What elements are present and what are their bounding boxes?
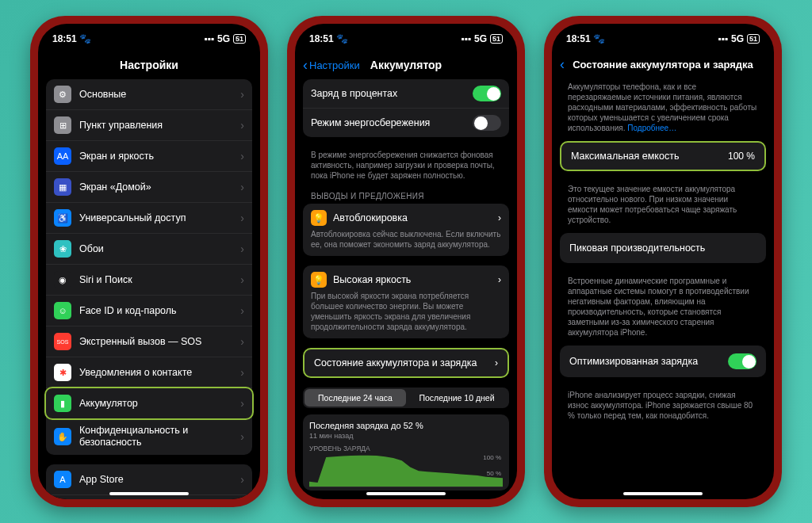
header: Настройки (38, 54, 260, 79)
status-right: ▪▪▪ 5G 51 (204, 33, 246, 44)
page-title: Аккумулятор (370, 59, 442, 71)
settings-row-exposure[interactable]: ✱Уведомления о контакте› (46, 357, 252, 388)
settings-row-control[interactable]: ⊞Пункт управления› (46, 110, 252, 141)
chevron-right-icon: › (240, 150, 244, 162)
insight-autolock[interactable]: 💡 Автоблокировка › Автоблокировка сейчас… (303, 204, 509, 256)
screen: 18:51 🐾 ▪▪▪ 5G 51 Настройки ⚙Основные›⊞П… (38, 24, 260, 499)
settings-row-faceid[interactable]: ☺Face ID и код-пароль› (46, 296, 252, 326)
phone-settings: 18:51 🐾 ▪▪▪ 5G 51 Настройки ⚙Основные›⊞П… (30, 16, 268, 507)
row-label: Универсальный доступ (79, 212, 240, 224)
back-label: Настройки (309, 59, 360, 71)
toggle-optimized-charging[interactable] (728, 353, 756, 369)
settings-row-home[interactable]: ▦Экран «Домой»› (46, 172, 252, 203)
network-label: 5G (217, 33, 230, 44)
status-time: 18:51 🐾 (566, 33, 605, 44)
y-tick-50: 50 % (487, 470, 501, 477)
toggle-battery-percent[interactable] (473, 86, 501, 101)
settings-row-wallpaper[interactable]: ❀Обои› (46, 234, 252, 265)
chevron-right-icon: › (240, 181, 244, 193)
status-time: 18:51 🐾 (309, 33, 348, 44)
health-content[interactable]: Аккумуляторы телефона, как и все перезар… (552, 78, 774, 499)
row-label: Состояние аккумулятора и зарядка (314, 357, 495, 368)
wallpaper-icon: ❀ (54, 240, 71, 258)
chevron-right-icon: › (495, 357, 498, 368)
lightbulb-icon: 💡 (311, 210, 327, 226)
segment-24h[interactable]: Последние 24 часа (304, 389, 406, 407)
peak-performance-row[interactable]: Пиковая производительность (560, 233, 766, 263)
row-label: Face ID и код-пароль (79, 305, 240, 317)
settings-row-sos[interactable]: SOSЭкстренный вызов — SOS› (46, 326, 252, 357)
opt-desc: iPhone анализирует процесс зарядки, сниж… (560, 387, 766, 429)
settings-row-battery[interactable]: ▮Аккумулятор› (44, 387, 254, 420)
sos-icon: SOS (54, 333, 71, 350)
back-button[interactable]: ‹ (560, 56, 566, 73)
screen: 18:51 🐾 ▪▪▪ 5G 51 ‹ Состояние аккумулято… (552, 24, 774, 499)
time-segment[interactable]: Последние 24 часа Последние 10 дней (303, 387, 509, 408)
home-indicator[interactable] (623, 492, 703, 495)
chart-subtitle: 11 мин назад (309, 432, 503, 440)
notch (619, 24, 707, 43)
settings-row-accessibility[interactable]: ♿Универсальный доступ› (46, 203, 252, 234)
page-title: Настройки (120, 59, 178, 71)
chevron-right-icon: › (240, 335, 244, 348)
row-label: Пункт управления (79, 120, 240, 132)
battery-health-row[interactable]: Состояние аккумулятора и зарядка › (303, 348, 509, 378)
insight-desc: Автоблокировка сейчас выключена. Если вк… (311, 229, 501, 250)
header: ‹Настройки Аккумулятор (295, 54, 517, 79)
settings-list[interactable]: ⚙Основные›⊞Пункт управления›AAЭкран и яр… (38, 79, 260, 499)
max-capacity-row[interactable]: Максимальная емкость 100 % (560, 141, 766, 171)
insight-title: Высокая яркость (333, 274, 498, 285)
insights-header: ВЫВОДЫ И ПРЕДЛОЖЕНИЯ (303, 189, 509, 204)
row-label: Оптимизированная зарядка (569, 356, 728, 367)
exposure-icon: ✱ (54, 364, 71, 381)
chart-level-label: УРОВЕНЬ ЗАРЯДА (309, 445, 503, 452)
optimized-charging-row[interactable]: Оптимизированная зарядка (560, 345, 766, 377)
battery-icon: ▮ (54, 395, 71, 412)
row-label: Пиковая производительность (569, 242, 756, 254)
chevron-right-icon: › (498, 212, 501, 223)
notch (362, 24, 450, 43)
faceid-icon: ☺ (54, 302, 71, 319)
home-indicator[interactable] (109, 492, 189, 495)
lightbulb-icon: 💡 (311, 272, 327, 288)
segment-10d[interactable]: Последние 10 дней (406, 389, 508, 407)
chevron-left-icon: ‹ (303, 57, 308, 74)
row-label: Заряд в процентах (311, 88, 473, 100)
low-power-row[interactable]: Режим энергосбережения (303, 109, 509, 137)
settings-row-wallet[interactable]: ▭Wallet и Apple Pay› (46, 495, 252, 499)
notch (105, 24, 193, 43)
chevron-right-icon: › (498, 274, 501, 285)
home-indicator[interactable] (366, 492, 446, 495)
back-button[interactable]: ‹Настройки (303, 57, 360, 74)
settings-row-appstore[interactable]: AApp Store› (46, 464, 252, 495)
battery-chart: 100 % 50 % (309, 454, 503, 487)
status-right: ▪▪▪ 5G 51 (718, 33, 760, 44)
settings-row-general[interactable]: ⚙Основные› (46, 79, 252, 110)
row-label: Siri и Поиск (79, 274, 240, 286)
screen: 18:51 🐾 ▪▪▪ 5G 51 ‹Настройки Аккумулятор… (295, 24, 517, 499)
low-power-desc: В режиме энергосбережения снижается фоно… (303, 147, 509, 189)
network-label: 5G (474, 33, 487, 44)
intro-text: Аккумуляторы телефона, как и все перезар… (560, 78, 766, 141)
display-icon: AA (54, 147, 71, 165)
settings-row-display[interactable]: AAЭкран и яркость› (46, 141, 252, 172)
row-label: App Store (79, 474, 240, 486)
chevron-right-icon: › (240, 304, 244, 317)
signal-icon: ▪▪▪ (718, 33, 728, 44)
row-label: Конфиденциальность и безопасность (79, 425, 240, 449)
phone-battery-health: 18:51 🐾 ▪▪▪ 5G 51 ‹ Состояние аккумулято… (544, 16, 782, 507)
y-tick-100: 100 % (483, 454, 501, 461)
toggle-low-power[interactable] (473, 115, 501, 131)
battery-content[interactable]: Заряд в процентах Режим энергосбережения… (295, 79, 517, 499)
row-label: Обои (79, 243, 240, 255)
insight-brightness[interactable]: 💡 Высокая яркость › При высокой яркости … (303, 265, 509, 338)
row-label: Режим энергосбережения (311, 117, 473, 129)
learn-more-link[interactable]: Подробнее… (627, 124, 676, 132)
control-icon: ⊞ (54, 116, 71, 134)
general-icon: ⚙ (54, 86, 71, 103)
row-label: Основные (79, 89, 240, 101)
battery-percent-row[interactable]: Заряд в процентах (303, 79, 509, 109)
settings-row-siri[interactable]: ◉Siri и Поиск› (46, 265, 252, 296)
chevron-right-icon: › (240, 119, 244, 132)
settings-row-privacy[interactable]: ✋Конфиденциальность и безопасность› (46, 418, 252, 455)
